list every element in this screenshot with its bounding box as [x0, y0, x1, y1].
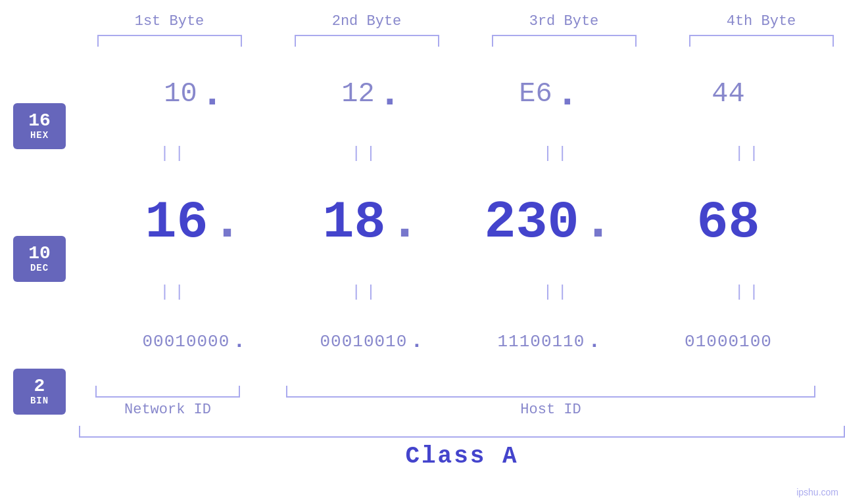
dec-val-3: 230: [484, 193, 579, 252]
bin-cell-4: 01000100: [640, 332, 817, 352]
content-area: 16 HEX 10 DEC 2 BIN 10 . 12: [0, 60, 845, 504]
hex-cell-2: 12 .: [285, 74, 462, 114]
dot-3: .: [556, 74, 579, 114]
host-bracket: [286, 386, 816, 398]
dbl-bar-8: ||: [660, 283, 838, 301]
hex-val-3: E6: [519, 78, 552, 110]
hex-cell-3: E6 .: [462, 74, 640, 114]
hex-val-4: 44: [712, 78, 744, 110]
host-bracket-container: [256, 386, 845, 398]
hex-number: 16: [28, 112, 51, 130]
dot-bin-2: .: [410, 331, 423, 352]
full-bracket: [79, 426, 845, 438]
class-label: Class A: [79, 443, 845, 470]
byte-label-4: 4th Byte: [673, 13, 846, 30]
dot-dec-3: .: [583, 196, 614, 249]
dec-val-1: 16: [145, 193, 208, 252]
top-bracket-3: [492, 35, 637, 47]
sep-row-2: || || || ||: [79, 282, 845, 302]
hex-badge: 16 HEX: [13, 103, 66, 149]
bin-badge: 2 BIN: [13, 369, 66, 415]
bin-cell-2: 00010010 .: [285, 331, 462, 352]
sep-row-1: || || || ||: [79, 143, 845, 164]
dbl-bar-7: ||: [469, 283, 646, 301]
hex-row: 10 . 12 . E6 . 44: [79, 74, 845, 114]
id-labels-row: Network ID Host ID: [79, 401, 845, 418]
dot-bin-1: .: [233, 331, 245, 352]
dbl-bar-4: ||: [660, 145, 838, 162]
dec-val-4: 68: [696, 193, 760, 252]
dec-cell-4: 68: [640, 193, 817, 252]
dot-bin-3: .: [588, 331, 600, 352]
dec-cell-3: 230 .: [462, 193, 640, 252]
top-bracket-1: [97, 35, 242, 47]
byte-labels-row: 1st Byte 2nd Byte 3rd Byte 4th Byte: [71, 13, 846, 30]
bin-row: 00010000 . 00010010 . 11100110 . 0100010…: [79, 331, 845, 352]
dot-2: .: [378, 74, 402, 114]
network-bracket-container: [79, 386, 256, 398]
byte-label-2: 2nd Byte: [278, 13, 456, 30]
dec-number: 10: [28, 244, 51, 263]
dec-name: DEC: [30, 263, 49, 273]
bin-cell-3: 11100110 .: [462, 331, 640, 352]
dbl-bar-6: ||: [278, 283, 455, 301]
dec-cell-1: 16 .: [107, 193, 285, 252]
top-brackets-row: [71, 35, 846, 47]
hex-cell-1: 10 .: [107, 74, 285, 114]
bin-val-2: 00010010: [320, 332, 407, 352]
top-bracket-4: [689, 35, 834, 47]
values-area: 10 . 12 . E6 . 44 || || ||: [79, 60, 845, 504]
bin-name: BIN: [30, 396, 49, 406]
top-bracket-2: [295, 35, 439, 47]
dec-badge: 10 DEC: [13, 236, 66, 282]
network-bracket: [95, 386, 240, 398]
dbl-bar-1: ||: [86, 145, 264, 162]
bin-number: 2: [34, 377, 45, 396]
dot-1: .: [201, 74, 224, 114]
bin-cell-1: 00010000 .: [107, 331, 285, 352]
full-bracket-row: [79, 426, 845, 438]
watermark: ipshu.com: [796, 487, 838, 497]
dec-val-2: 18: [322, 193, 385, 252]
dbl-bar-2: ||: [278, 145, 455, 162]
hex-val-1: 10: [164, 78, 197, 110]
hex-cell-4: 44: [640, 78, 817, 110]
dec-cell-2: 18 .: [285, 193, 462, 252]
byte-label-3: 3rd Byte: [475, 13, 653, 30]
dot-dec-1: .: [212, 196, 243, 249]
left-labels: 16 HEX 10 DEC 2 BIN: [0, 60, 79, 504]
bottom-brackets-row: [79, 386, 845, 398]
hex-val-2: 12: [341, 78, 374, 110]
main-container: 1st Byte 2nd Byte 3rd Byte 4th Byte 16 H…: [0, 0, 845, 504]
bin-val-1: 00010000: [142, 332, 229, 352]
bin-val-4: 01000100: [685, 332, 772, 352]
dot-dec-2: .: [389, 196, 421, 249]
byte-label-1: 1st Byte: [81, 13, 258, 30]
network-id-label: Network ID: [79, 401, 256, 418]
dec-row: 16 . 18 . 230 . 68: [79, 193, 845, 252]
host-id-label: Host ID: [256, 401, 845, 418]
dbl-bar-5: ||: [86, 283, 264, 301]
hex-name: HEX: [30, 130, 49, 141]
bin-val-3: 11100110: [497, 332, 585, 352]
bottom-bracket-area: Network ID Host ID Class A: [79, 386, 845, 470]
dbl-bar-3: ||: [469, 145, 646, 162]
